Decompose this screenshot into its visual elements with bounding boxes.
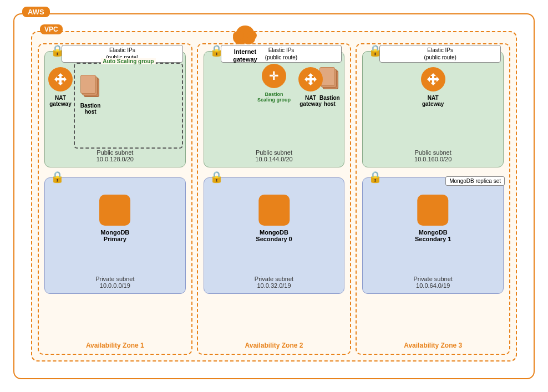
az1-bastion-host: Bastionhost xyxy=(79,75,102,115)
svg-marker-13 xyxy=(308,73,313,76)
az3-elastic-ip: Elastic IPs(public route) xyxy=(379,45,501,63)
az2-scaling-label: BastionScaling group xyxy=(257,91,291,103)
az3-public-subnet-label: Public subnet 10.0.160.0/20 xyxy=(363,149,503,162)
az2-autoscaling: ✛ BastionScaling group xyxy=(257,64,291,103)
az2-mongodb: MongoDBSecondary 0 xyxy=(256,195,292,242)
az1-private-subnet-label: Private subnet 10.0.0.0/19 xyxy=(45,276,185,289)
az3-column: Availability Zone 3 MongoDB replica set … xyxy=(356,43,510,355)
az3-mongodb-icon xyxy=(418,195,449,226)
az1-mongodb: MongoDBPrimary xyxy=(99,195,130,242)
az2-nat-gateway: NATgateway xyxy=(298,67,323,107)
az2-scaling-icon: ✛ xyxy=(262,64,286,88)
az3-mongodb-label: MongoDBSecondary 1 xyxy=(415,229,451,242)
svg-marker-15 xyxy=(305,77,307,82)
az1-nat-gateway: NATgateway xyxy=(48,67,73,107)
mongo-replica-label: MongoDB replica set xyxy=(445,176,505,186)
az1-bastion-group: Auto Scaling group Bastionhost xyxy=(74,63,183,149)
az-columns: Availability Zone 1 🔒 Elastic IPs(public… xyxy=(38,43,510,355)
az2-mongodb-label: MongoDBSecondary 0 xyxy=(256,229,292,242)
internet-gateway: Internetgateway xyxy=(230,22,261,64)
svg-marker-8 xyxy=(58,83,63,85)
az3-private-subnet-label: Private subnet 10.0.64.0/19 xyxy=(363,276,503,289)
svg-marker-7 xyxy=(58,73,63,76)
az3-nat-gateway: NATgateway xyxy=(421,67,445,107)
az3-public-subnet: 🔒 Elastic IPs(public route) xyxy=(362,51,504,167)
az1-label: Availability Zone 1 xyxy=(39,342,191,349)
svg-marker-19 xyxy=(430,73,436,76)
az1-bastion-stack-icon xyxy=(79,75,102,99)
az2-private-subnet-label: Private subnet 10.0.32.0/19 xyxy=(204,276,344,289)
az2-nat-label: NATgateway xyxy=(300,95,321,107)
vpc-container: VPC Internetgateway Availability Zone 1 xyxy=(31,31,517,362)
svg-marker-16 xyxy=(314,77,317,82)
az3-private-lock: 🔒 xyxy=(368,170,382,184)
az1-auto-scaling-label: Auto Scaling group xyxy=(101,58,155,64)
az2-public-subnet: 🔒 Elastic IPs(public route) ✛ BastionSca… xyxy=(204,51,345,167)
az1-mongodb-icon xyxy=(99,195,130,226)
az1-public-subnet-label: Public subnet 10.0.128.0/20 xyxy=(45,149,185,162)
svg-marker-22 xyxy=(437,77,439,82)
az2-private-subnet: 🔒 MongoDBSecondary 0 Private subnet 10.0… xyxy=(204,177,345,294)
az2-label: Availability Zone 2 xyxy=(198,342,351,349)
az1-bastion-label: Bastionhost xyxy=(80,103,101,115)
az2-column: Availability Zone 2 🔒 Elastic IPs(public… xyxy=(197,43,352,355)
az3-private-subnet: 🔒 MongoDBSecondary 1 Private subnet 10.0… xyxy=(362,177,504,294)
svg-marker-14 xyxy=(308,83,313,85)
vpc-label: VPC xyxy=(40,24,63,34)
az1-nat-icon xyxy=(48,67,73,91)
az1-mongodb-label: MongoDBPrimary xyxy=(100,229,129,242)
az3-nat-icon xyxy=(421,67,445,91)
az3-label: Availability Zone 3 xyxy=(357,342,509,349)
az2-nat-icon xyxy=(298,67,323,91)
aws-container: AWS VPC Internetgateway Availability xyxy=(13,13,535,379)
az1-nat-label: NATgateway xyxy=(49,95,71,107)
svg-point-4 xyxy=(247,31,257,40)
az2-private-lock: 🔒 xyxy=(210,170,224,184)
az1-column: Availability Zone 1 🔒 Elastic IPs(public… xyxy=(38,43,192,355)
az2-mongodb-icon xyxy=(258,195,290,226)
svg-marker-10 xyxy=(64,77,67,82)
svg-marker-20 xyxy=(430,83,436,85)
az2-public-subnet-label: Public subnet 10.0.144.0/20 xyxy=(204,149,344,162)
aws-label: AWS xyxy=(22,7,50,17)
igw-label: Internetgateway xyxy=(233,48,257,64)
az3-mongodb: MongoDBSecondary 1 xyxy=(415,195,451,242)
az3-nat-label: NATgateway xyxy=(422,95,444,107)
cloud-icon xyxy=(230,22,261,47)
az1-private-subnet: 🔒 MongoDBPrimary Private subnet 10.0.0.0… xyxy=(44,177,186,294)
az1-public-subnet: 🔒 Elastic IPs(public route) xyxy=(44,51,186,167)
az1-private-lock: 🔒 xyxy=(50,170,64,184)
diagram: AWS VPC Internetgateway Availability xyxy=(8,8,540,385)
svg-marker-9 xyxy=(54,77,57,82)
svg-point-3 xyxy=(233,31,244,40)
svg-marker-21 xyxy=(427,77,430,82)
